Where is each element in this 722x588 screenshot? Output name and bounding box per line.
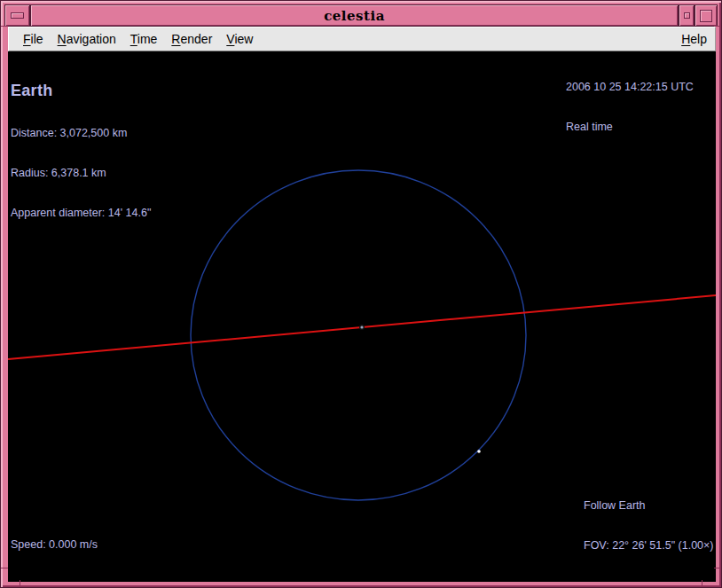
minimize-button[interactable] (679, 4, 695, 27)
datetime-display: 2006 10 25 14:22:15 UTC (566, 81, 694, 94)
selection-info: Earth Distance: 3,072,500 km Radius: 6,3… (11, 55, 151, 247)
menubar: File Navigation Time Render View Help (8, 27, 716, 51)
time-mode: Real time (566, 121, 694, 134)
menu-help[interactable]: Help (674, 32, 715, 46)
time-info: 2006 10 25 14:22:15 UTC Real time (566, 54, 694, 161)
selection-apparent-diameter: Apparent diameter: 14' 14.6" (11, 207, 151, 220)
window-title: celestia (324, 8, 385, 24)
menu-file[interactable]: File (16, 32, 51, 46)
follow-mode: Follow Earth (584, 499, 714, 513)
render-canvas[interactable]: Earth Distance: 3,072,500 km Radius: 6,3… (8, 51, 716, 582)
selection-name: Earth (11, 82, 151, 100)
frame-notch (1, 568, 8, 568)
menu-render[interactable]: Render (164, 32, 219, 46)
view-info: Follow Earth FOV: 22° 26' 51.5" (1.00×) (584, 473, 714, 579)
window-menu-icon (11, 12, 24, 19)
speed-display: Speed: 0.000 m/s (11, 538, 98, 552)
selection-distance: Distance: 3,072,500 km (11, 127, 151, 140)
fov-display: FOV: 22° 26' 51.5" (1.00×) (584, 539, 714, 553)
frame-notch (714, 568, 721, 568)
frame-notch (702, 580, 702, 587)
menu-time[interactable]: Time (123, 32, 165, 46)
frame-notch (20, 580, 20, 587)
menu-view[interactable]: View (219, 32, 260, 46)
earth-dot[interactable] (360, 325, 363, 328)
window-menu-button[interactable] (4, 4, 30, 27)
moon-dot[interactable] (477, 450, 481, 453)
selection-radius: Radius: 6,378.1 km (11, 167, 151, 180)
window-title-area[interactable]: celestia (30, 4, 679, 27)
titlebar: celestia (4, 4, 718, 27)
speed-info: Speed: 0.000 m/s (11, 512, 98, 578)
moon-orbit-path (191, 170, 526, 500)
menu-navigation[interactable]: Navigation (51, 32, 123, 46)
frame-notch (1, 26, 8, 27)
celestia-window: celestia File Navigation Time Render Vie… (0, 0, 722, 588)
minimize-icon (684, 12, 690, 19)
frame-notch (714, 26, 721, 27)
maximize-icon (700, 10, 712, 22)
maximize-button[interactable] (695, 4, 718, 27)
